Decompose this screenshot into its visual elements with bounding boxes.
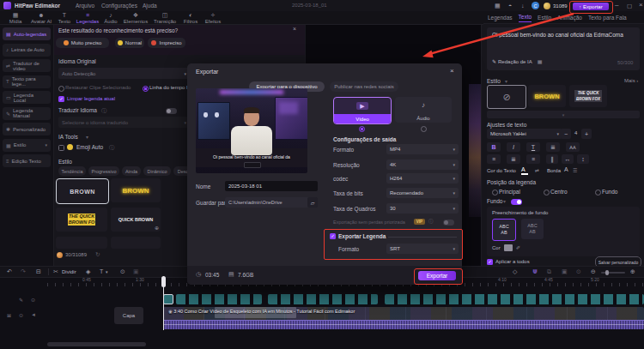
ribbon-audio[interactable]: ♪Áudio (100, 12, 121, 24)
video-clip[interactable]: ◉ 3:40 Como Criar Vídeo de Esqueleto com… (163, 307, 644, 329)
ribbon-texto[interactable]: TTexto (54, 12, 75, 24)
refresh-icon[interactable]: ↻ (95, 251, 100, 258)
sidebar-item-personalizado[interactable]: ✱Personalizado (3, 123, 51, 135)
italic-button[interactable]: I (507, 142, 520, 152)
split-label[interactable]: Dividir (62, 269, 76, 274)
video-track-mute-icon[interactable]: ◄ (31, 312, 36, 317)
marker-icon[interactable]: ◈ (86, 268, 90, 274)
color-picker-icon[interactable]: ✐ (516, 244, 520, 250)
subtitle-track-edit-icon[interactable]: ✎ (19, 297, 23, 303)
chip-tendencia[interactable]: Tendência (58, 166, 86, 176)
export-confirm-button[interactable]: Exportar (418, 271, 456, 280)
capa-button[interactable]: Capa (114, 307, 143, 324)
style-card-brown-outline[interactable]: BROWN (56, 178, 109, 204)
formato-select[interactable]: MP4▾ (386, 144, 459, 154)
ia-tools-label[interactable]: IA Tools (58, 134, 78, 140)
zoom-slider-knob[interactable] (605, 270, 609, 275)
ribbon-legendas[interactable]: ≡Legendas (75, 12, 100, 24)
chevron-down-icon[interactable]: ▾ (106, 269, 108, 275)
style-quickfox-card[interactable]: THE QUICK BROWN FOX (569, 85, 607, 107)
char-spacing-button[interactable]: ↔ (562, 154, 574, 164)
ribbon-efeitos[interactable]: ✧Efeitos (202, 12, 224, 24)
video-track-lock-icon[interactable]: ⊠ (7, 312, 11, 318)
sidebar-item-tradutor[interactable]: ⇄Tradutor de vídeo (3, 59, 51, 72)
audio-option-card[interactable]: ♪ Áudio (395, 97, 452, 123)
codec-select[interactable]: H264▾ (386, 173, 459, 184)
sidebar-item-letras-de-auto[interactable]: ♪Letras de Auto (3, 44, 51, 57)
traduzir-toggle[interactable] (166, 108, 177, 114)
ai-writing-button[interactable]: ✎ Redação de IA ▦ (492, 58, 542, 64)
feedback-normal-button[interactable]: Normal (115, 38, 144, 48)
link-clips-icon[interactable]: ⧉ (547, 268, 551, 274)
lossless-toggle[interactable] (443, 220, 454, 226)
subtitle-textarea[interactable]: Oi pessoal bem-vindo ao canal oficial da… (487, 27, 640, 70)
align-right-button[interactable]: ≡ (526, 154, 540, 164)
zoom-in-icon[interactable]: ⊕ (630, 268, 635, 274)
style-card-quick-highlight[interactable]: THE QUICK BROWN FO (56, 208, 107, 232)
sidebar-item-auto-legendas[interactable]: ▤Auto-legendas (3, 27, 51, 40)
traduzir-select[interactable]: Selecione o idioma traduzido▾ (58, 117, 190, 128)
style-brown-card[interactable]: BROWN (528, 85, 566, 107)
menu-arquivo[interactable]: Arquivo (76, 3, 94, 9)
extra-tool-icon[interactable]: ▣ (133, 268, 139, 274)
radio-linha-tempo[interactable] (143, 86, 149, 92)
radio-restaurar-clipe[interactable] (58, 86, 64, 92)
ribbon-filtros[interactable]: ◐Filtros (179, 12, 202, 24)
chip-dinamico[interactable]: Dinâmico (143, 166, 171, 176)
window-close-icon[interactable]: × (639, 2, 643, 8)
bold-button[interactable]: B (487, 142, 501, 152)
nome-input[interactable]: 2025-03-18 01 (225, 181, 318, 191)
style-card-partial-2[interactable] (111, 237, 161, 249)
chip-ainda[interactable]: Ainda (122, 166, 141, 176)
playhead-handle[interactable] (161, 276, 166, 287)
fill-style-card-selected[interactable]: ABC AB (492, 219, 516, 241)
sidebar-item-legenda-local[interactable]: ▭Legenda Local (3, 91, 51, 104)
ribbon-midia[interactable]: ▦Mídia (3, 12, 28, 24)
tab-texto[interactable]: Texto (519, 14, 532, 22)
menu-ajuda[interactable]: Ajuda (143, 3, 157, 9)
style-none-card[interactable]: ⊘ (487, 85, 526, 109)
limpar-legenda-checkbox[interactable]: ✓ (58, 96, 64, 102)
zoom-slider[interactable] (601, 272, 625, 274)
export-legend-checkbox[interactable]: ✓ (330, 233, 336, 239)
tab-estilo[interactable]: Estilo (538, 15, 551, 22)
layout-icon[interactable]: ▦ (495, 3, 501, 9)
swap-colors-icon[interactable]: ⇄ (535, 167, 539, 173)
user-avatar[interactable]: C (532, 2, 539, 9)
align-center-button[interactable]: ≣ (507, 154, 520, 164)
zoom-out-icon[interactable]: ⊖ (591, 268, 596, 274)
video-option-card[interactable]: ▶ Vídeo (333, 97, 392, 124)
radio-fundo[interactable] (595, 190, 601, 196)
mais-link[interactable]: Mais › (624, 78, 638, 83)
idioma-select[interactable]: Auto Detecção▾ (58, 68, 190, 79)
style-card-quick-white[interactable]: QUICK BROWN ⊕ (111, 208, 161, 232)
sidebar-item-legenda-manual[interactable]: ✎Legenda Manual (3, 107, 51, 120)
timeline-scrollbar[interactable] (47, 342, 146, 346)
dialog-close-icon[interactable]: × (450, 67, 454, 75)
undo-icon[interactable]: ↶ (7, 268, 12, 274)
window-restore-icon[interactable]: ▢ (627, 3, 632, 9)
fps-select[interactable]: 30▾ (386, 203, 459, 214)
style-name-bar[interactable]: ▾ (487, 111, 640, 118)
tab-publish-social[interactable]: Publicar nas redes sociais (330, 81, 398, 92)
feedback-muito-preciso-button[interactable]: Muito preciso (56, 38, 109, 48)
line-height-button[interactable]: ≣ (546, 142, 560, 152)
banner-close-icon[interactable]: × (293, 26, 296, 32)
menu-configuracoes[interactable]: Configurações (101, 3, 137, 9)
browse-folder-button[interactable]: ▱ (307, 197, 318, 208)
magnet-icon[interactable]: ⋓ (532, 268, 538, 274)
line-spacing-button[interactable]: ↕ (577, 154, 589, 164)
text-tool-icon[interactable]: T (100, 268, 103, 274)
keyframe-icon[interactable]: ◇ (513, 268, 517, 274)
window-minimize-icon[interactable]: – (615, 2, 618, 8)
resolucao-select[interactable]: 4K▾ (386, 159, 459, 170)
ribbon-elementos[interactable]: ❖Elementos (121, 12, 150, 24)
split-icon[interactable]: ✂ (53, 268, 58, 274)
legend-formato-select[interactable]: SRT▾ (386, 244, 459, 254)
border-color-swatch[interactable]: A (564, 166, 571, 173)
font-size-minus-button[interactable]: − (561, 129, 571, 139)
record-icon[interactable]: ⊙ (576, 268, 581, 274)
subtitle-track-segment[interactable] (268, 294, 378, 304)
sidebar-item-texto-para-legenda[interactable]: TTexto para lege... (3, 75, 51, 88)
fill-color-swatch[interactable] (504, 244, 513, 251)
